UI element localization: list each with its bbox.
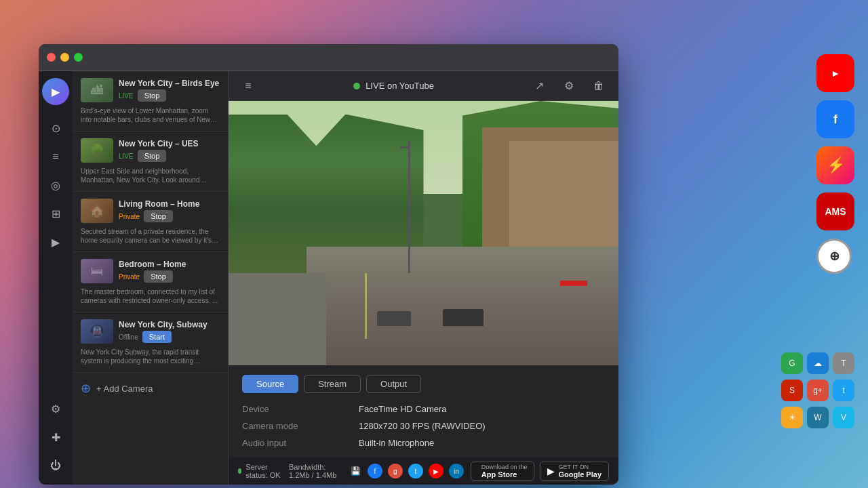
camera-name: Living Room – Home [119,199,220,209]
app-store-label: App Store [481,470,528,479]
sidebar-item-settings[interactable]: ⚙ [43,396,68,421]
bandwidth-text: Bandwidth: 1.2Mb / 1.4Mb [289,463,347,479]
video-preview [229,101,618,365]
top-bar-actions: ↗ ⚙ 🗑 [529,76,609,96]
camera-status: LIVE Stop [119,89,220,102]
app-store-sub-label: Download on the [481,464,528,470]
top-bar: ≡ LIVE on YouTube ↗ ⚙ 🗑 [229,71,618,101]
small-icon-9[interactable]: V [833,407,854,428]
sidebar-icons: ▶ ⊙ ≡ ◎ ⊞ ▶ ⚙ ✚ ⏻ [39,71,73,485]
camera-item[interactable]: 🌳 New York City – UES LIVE Stop Upper Ea… [73,131,228,192]
camera-thumbnail: 🏠 [81,199,113,223]
camera-description: Upper East Side and neighborhood, Manhat… [81,167,220,184]
audio-input-value: Built-in Microphone [359,438,605,448]
start-button[interactable]: Start [142,331,172,343]
camera-name: New York City, Subway [119,320,220,329]
settings-icon[interactable]: ⚙ [559,76,579,96]
camera-thumbnail: 🌳 [81,138,113,163]
store-buttons: Download on the App Store ▶ GET IT ON Go… [471,462,609,481]
disk-icon[interactable]: 💾 [351,466,361,476]
sidebar-item-grid[interactable]: ⊞ [43,201,68,226]
small-icon-7[interactable]: ☀ [781,407,803,428]
traffic-lights [47,53,83,62]
sidebar-item-power[interactable]: ⏻ [43,453,68,478]
sidebar-item-medical[interactable]: ✚ [43,425,68,449]
desktop-bottom-icons: G ☁ T S g+ t ☀ W V [781,352,854,428]
live-indicator: LIVE on YouTube [267,81,521,91]
sidebar-item-book[interactable]: ≡ [43,144,68,169]
tab-stream[interactable]: Stream [304,375,361,393]
add-camera-label: + Add Camera [96,384,153,394]
tab-source[interactable]: Source [242,375,298,393]
social-icons: f g t ▶ in [368,464,464,479]
stop-button[interactable]: Stop [144,270,173,283]
social-facebook-icon[interactable]: f [368,464,382,479]
lightning-desktop-icon[interactable]: ⚡ [816,146,854,184]
status-badge: Private [119,273,140,281]
camera-description: The master bedroom, connected to my list… [81,287,220,305]
live-dot [353,83,360,89]
camera-name: New York City – UES [119,139,220,148]
camera-description: Bird's-eye view of Lower Manhattan, zoom… [81,106,220,124]
camera-mode-label: Camera mode [242,421,351,431]
camera-status: Offline Start [119,331,220,343]
google-play-sub-label: GET IT ON [558,464,601,470]
add-camera-button[interactable]: ⊕ + Add Camera [73,373,228,404]
stop-button[interactable]: Stop [138,89,167,102]
main-content: ≡ LIVE on YouTube ↗ ⚙ 🗑 [229,71,618,485]
small-icon-2[interactable]: ☁ [807,352,829,374]
camera-status: Private Stop [119,210,220,222]
small-icon-1[interactable]: G [781,352,803,374]
social-twitter-icon[interactable]: t [408,464,423,479]
youtube-desktop-icon[interactable]: ▶ [816,54,854,92]
device-label: Device [242,404,351,414]
small-icon-6[interactable]: t [833,380,854,401]
tab-output[interactable]: Output [366,375,421,393]
desktop-right-icons: ▶ f ⚡ AMS ⊕ [816,54,854,274]
small-icon-5[interactable]: g+ [807,380,829,401]
status-badge: Offline [119,333,138,341]
camera-mode-value: 868x488 30 FPS (RAWVIDEO) [359,421,605,431]
stop-button[interactable]: Stop [138,150,167,162]
camera-thumbnail: 🛏 [81,259,113,283]
footer: Server status: OK Bandwidth: 1.2Mb / 1.4… [229,458,618,485]
delete-icon[interactable]: 🗑 [589,76,609,96]
sidebar-item-location[interactable]: ◎ [43,173,68,197]
social-linkedin-icon[interactable]: in [449,464,464,479]
social-googleplus-icon[interactable]: g [388,464,403,479]
menu-icon[interactable]: ≡ [238,76,258,96]
camera-info: New York City – UES LIVE Stop [119,139,220,162]
small-icon-4[interactable]: S [781,380,803,401]
facebook-desktop-icon[interactable]: f [816,100,854,138]
stop-button[interactable]: Stop [144,210,173,222]
camera-item[interactable]: 🏙 New York City – Birds Eye LIVE Stop Bi… [73,71,228,131]
google-play-button[interactable]: ▶ GET IT ON Google Play [540,462,609,481]
ams-desktop-icon[interactable]: AMS [816,192,854,230]
maximize-button[interactable] [74,53,83,62]
camera-item[interactable]: 🛏 Bedroom – Home Private Stop The master… [73,252,228,312]
camera-list: 🏙 New York City – Birds Eye LIVE Stop Bi… [73,71,229,485]
camera-description: New York City Subway, the rapid transit … [81,348,220,365]
social-youtube-icon[interactable]: ▶ [429,464,443,479]
close-button[interactable] [47,53,56,62]
camera-status: Private Stop [119,270,220,283]
app-store-button[interactable]: Download on the App Store [471,462,535,481]
status-badge: Private [119,213,140,220]
s5-desktop-icon[interactable]: ⊕ [816,239,852,274]
title-bar [39,44,618,71]
sidebar-item-home[interactable]: ⊙ [43,116,68,140]
sidebar-item-broadcast[interactable]: ▶ [43,230,68,254]
minimize-button[interactable] [60,53,69,62]
app-logo[interactable]: ▶ [42,78,69,105]
camera-info: New York City, Subway Offline Start [119,320,220,343]
camera-description: Secured stream of a private residence, t… [81,227,220,245]
status-badge: LIVE [119,92,134,100]
camera-item[interactable]: 🏠 Living Room – Home Private Stop Secure… [73,192,228,252]
small-icon-3[interactable]: T [833,352,854,374]
small-icon-8[interactable]: W [807,407,829,428]
share-icon[interactable]: ↗ [529,76,549,96]
tab-row: Source Stream Output [242,375,605,393]
camera-item[interactable]: 🚇 New York City, Subway Offline Start Ne… [73,312,228,373]
audio-input-label: Audio input [242,438,351,448]
main-layout: ▶ ⊙ ≡ ◎ ⊞ ▶ ⚙ ✚ ⏻ 🏙 [39,71,618,485]
